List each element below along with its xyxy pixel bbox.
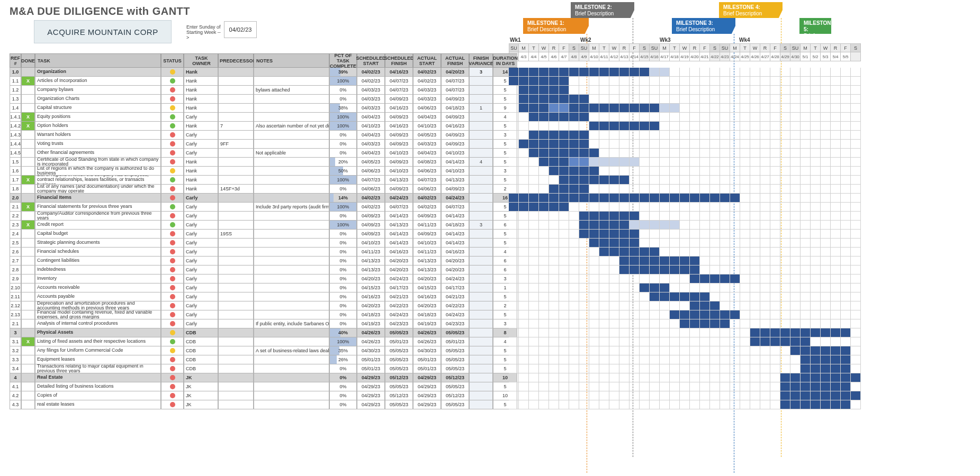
gantt-cell [619,266,630,274]
cell: Financial model containing revenue, fixe… [35,310,161,319]
column-header[interactable]: PCT OF TASK COMPLETE [329,53,357,68]
gantt-cell [529,212,539,221]
gantt-cell [811,373,821,382]
gantt-cell [599,337,609,346]
status-cell [161,158,184,167]
gantt-cell [670,319,680,328]
gantt-cell [630,292,640,301]
gantt-cell [700,212,710,221]
column-header[interactable]: FINISH VARIANCE [469,53,493,68]
status-cell [161,373,184,382]
gantt-cell [519,95,529,104]
gantt-cell [760,131,770,140]
gantt-cell [770,221,780,230]
gantt-cell [549,77,559,86]
gantt-cell [710,346,720,355]
gantt-cell [740,346,750,355]
day-header: T [670,43,680,52]
column-header[interactable]: TASK OWNER [184,53,218,68]
pct-cell: 0% [329,310,357,319]
gantt-cell [730,185,740,194]
gantt-cell [519,292,529,301]
gantt-cell [539,104,549,113]
gantt-cell [609,257,619,266]
gantt-cell [599,266,609,274]
gantt-cell [650,230,660,239]
cell [218,382,254,391]
cell: 04/03/23 [357,86,385,95]
gantt-cell [690,283,700,292]
status-dot-icon [170,141,175,147]
gantt-cell [750,158,760,167]
gantt-cell [549,86,559,95]
gantt-cell [660,391,670,400]
cell: Carly [184,248,218,257]
gantt-row [509,86,861,95]
gantt-cell [750,391,760,400]
start-date-input[interactable]: 04/02/23 [224,21,257,38]
gantt-cell [821,346,831,355]
gantt-cell [539,176,549,185]
project-name-box[interactable]: ACQUIRE MOUNTAIN CORP [34,20,172,43]
gantt-cell [619,203,630,212]
gantt-cell [720,203,730,212]
gantt-cell [640,194,650,203]
gantt-cell [609,167,619,176]
gantt-cell [650,203,660,212]
cell: 04/24/23 [385,194,413,203]
gantt-cell [780,239,790,248]
column-header[interactable]: SCHEDULED FINISH [385,53,413,68]
gantt-cell [630,140,640,149]
gantt-cell [589,203,599,212]
cell: Physical Assets [35,328,161,337]
gantt-cell [801,328,811,337]
cell: Carly [184,266,218,274]
column-header[interactable]: PREDECESSORS [218,53,254,68]
gantt-cell [700,301,710,310]
gantt-cell [821,301,831,310]
gantt-cell [851,113,861,122]
gantt-cell [640,104,650,113]
gantt-cell [519,104,529,113]
column-header[interactable]: SCHEDULED START [357,53,385,68]
column-header[interactable]: TASK [35,53,161,68]
gantt-cell [730,176,740,185]
gantt-cell [690,95,700,104]
column-header[interactable]: DURATION IN DAYS [493,53,517,68]
gantt-cell [670,221,680,230]
gantt-cell [780,149,790,158]
gantt-cell [569,391,579,400]
gantt-cell [670,355,680,364]
gantt-cell [750,337,760,346]
column-header[interactable]: STATUS [161,53,184,68]
cell: 04/23/23 [441,319,469,328]
cell: Carly [184,212,218,221]
gantt-cell [630,391,640,400]
gantt-cell [831,292,841,301]
column-header[interactable]: ACTUAL START [413,53,441,68]
gantt-cell [750,266,760,274]
column-header[interactable]: ACTUAL FINISH [441,53,469,68]
gantt-cell [549,221,559,230]
cell: 1.2 [10,86,21,95]
gantt-cell [700,149,710,158]
status-dot-icon [170,375,175,380]
gantt-cell [559,283,569,292]
gantt-cell [690,337,700,346]
cell: 4.3 [10,400,21,409]
cell [254,95,329,104]
gantt-cell [559,221,569,230]
gantt-cell [780,337,790,346]
column-header[interactable]: NOTES [254,53,329,68]
column-header[interactable]: REF # [10,53,21,68]
cell: 04/30/23 [413,346,441,355]
cell: 04/11/23 [413,248,441,257]
gantt-cell [801,230,811,239]
cell: Carly [184,301,218,310]
gantt-cell [700,274,710,283]
gantt-cell [770,310,780,319]
column-header[interactable]: DONE [21,53,35,68]
gantt-cell [811,131,821,140]
cell: CDB [184,337,218,346]
status-cell [161,122,184,131]
